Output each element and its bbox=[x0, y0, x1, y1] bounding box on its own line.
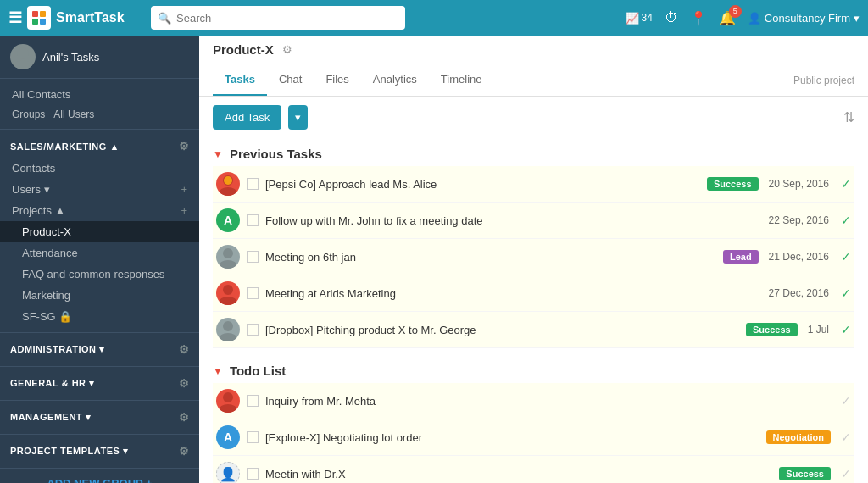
task-check-icon[interactable]: ✓ bbox=[841, 323, 851, 336]
users-plus-icon[interactable]: + bbox=[181, 183, 187, 196]
sidebar-contacts: All Contacts Groups All Users bbox=[0, 79, 199, 130]
task-name: Meeting on 6th jan bbox=[265, 251, 716, 264]
sidebar-item-users[interactable]: Users ▾ + bbox=[0, 179, 199, 200]
firm-selector[interactable]: 👤 Consultancy Firm ▾ bbox=[748, 12, 860, 25]
task-tag: Success bbox=[779, 467, 831, 480]
sidebar-item-faq[interactable]: FAQ and common responses bbox=[0, 264, 199, 285]
table-row[interactable]: [Dropbox] Pitching product X to Mr. Geor… bbox=[213, 312, 854, 348]
task-check-icon[interactable]: ✓ bbox=[841, 467, 851, 480]
table-row[interactable]: A [Explore-X] Negotiating lot order Nego… bbox=[213, 419, 854, 456]
task-name: [Pepsi Co] Approach lead Ms. Alice bbox=[265, 178, 700, 191]
project-title: Product-X bbox=[213, 42, 274, 57]
task-checkbox[interactable] bbox=[247, 251, 259, 263]
projects-plus-icon[interactable]: + bbox=[181, 204, 187, 217]
sales-gear-icon[interactable]: ⚙ bbox=[179, 140, 190, 153]
task-tag: Negotiation bbox=[766, 430, 832, 444]
sidebar-item-contacts[interactable]: Contacts bbox=[0, 158, 199, 179]
sidebar-item-attendance[interactable]: Attendance bbox=[0, 242, 199, 264]
task-checkbox[interactable] bbox=[247, 214, 259, 226]
sidebar-section-admin: ADMINISTRATION ▾ ⚙ bbox=[0, 333, 199, 367]
add-task-button[interactable]: Add Task bbox=[213, 105, 281, 130]
tab-analytics[interactable]: Analytics bbox=[361, 64, 429, 96]
task-check-icon[interactable]: ✓ bbox=[841, 177, 851, 191]
task-check-icon[interactable]: ✓ bbox=[841, 430, 851, 444]
task-checkbox[interactable] bbox=[247, 431, 259, 443]
sidebar-item-marketing[interactable]: Marketing bbox=[0, 285, 199, 306]
task-check-icon[interactable]: ✓ bbox=[841, 250, 851, 264]
sidebar-item-projects[interactable]: Projects ▲ + bbox=[0, 200, 199, 221]
users-label: Users ▾ bbox=[12, 183, 50, 196]
templates-gear-icon[interactable]: ⚙ bbox=[179, 445, 190, 458]
task-checkbox[interactable] bbox=[247, 324, 259, 336]
notification-icon[interactable]: 🔔 5 bbox=[719, 10, 736, 26]
content-area: Product-X ⚙ Tasks Chat Files Analytics T… bbox=[199, 36, 868, 483]
tab-timeline[interactable]: Timeline bbox=[429, 64, 494, 96]
section-title-todo: Todo List bbox=[230, 364, 286, 378]
general-gear-icon[interactable]: ⚙ bbox=[179, 377, 190, 390]
task-tag: Success bbox=[746, 323, 798, 336]
project-gear-icon[interactable]: ⚙ bbox=[282, 43, 292, 56]
section-header-management[interactable]: MANAGEMENT ▾ ⚙ bbox=[0, 406, 199, 429]
task-checkbox[interactable] bbox=[247, 287, 259, 299]
task-tag: Lead bbox=[723, 250, 759, 264]
location-icon[interactable]: 📍 bbox=[690, 10, 707, 26]
sidebar-groups[interactable]: Groups bbox=[12, 108, 45, 120]
section-header-general[interactable]: GENERAL & HR ▾ ⚙ bbox=[0, 372, 199, 395]
section-header-admin[interactable]: ADMINISTRATION ▾ ⚙ bbox=[0, 338, 199, 361]
task-checkbox[interactable] bbox=[247, 395, 259, 407]
search-bar[interactable]: 🔍 bbox=[151, 6, 405, 30]
table-row[interactable]: Meeting at Arids Marketing 27 Dec, 2016 … bbox=[213, 275, 854, 312]
top-nav: ☰ SmartTask 🔍 📈 34 ⏱ 📍 🔔 5 👤 Consultancy bbox=[0, 0, 868, 36]
management-gear-icon[interactable]: ⚙ bbox=[179, 411, 190, 424]
table-row[interactable]: Inquiry from Mr. Mehta ✓ bbox=[213, 383, 854, 419]
table-row[interactable]: A Follow up with Mr. John to fix a meeti… bbox=[213, 203, 854, 239]
sidebar-all-users[interactable]: All Users bbox=[53, 108, 94, 120]
avatar bbox=[216, 245, 240, 269]
svg-point-13 bbox=[223, 321, 233, 331]
section-header-sales[interactable]: SALES/MARKETING ▲ ⚙ bbox=[0, 135, 199, 158]
task-name: [Explore-X] Negotiating lot order bbox=[265, 431, 760, 444]
task-checkbox[interactable] bbox=[247, 468, 259, 480]
table-row[interactable]: 👤 Meetin with Dr.X Success ✓ bbox=[213, 456, 854, 483]
avatar bbox=[216, 318, 240, 341]
public-project-label: Public project bbox=[793, 75, 854, 86]
task-checkbox[interactable] bbox=[247, 178, 259, 190]
section-arrow-previous[interactable]: ▼ bbox=[213, 148, 223, 160]
svg-point-5 bbox=[13, 60, 33, 69]
task-date: 22 Sep, 2016 bbox=[769, 214, 829, 226]
tab-chat[interactable]: Chat bbox=[267, 64, 314, 96]
content-toolbar: Add Task ▾ ⇅ bbox=[199, 97, 868, 138]
logo[interactable]: ☰ SmartTask bbox=[8, 6, 144, 30]
svg-point-4 bbox=[17, 47, 29, 59]
sidebar-item-product-x[interactable]: Product-X bbox=[0, 221, 199, 242]
task-date: 21 Dec, 2016 bbox=[769, 251, 829, 263]
add-group-button[interactable]: ADD NEW GROUP + bbox=[0, 469, 199, 483]
avatar bbox=[216, 281, 240, 305]
svg-point-11 bbox=[223, 285, 233, 295]
avatar: 👤 bbox=[216, 462, 240, 483]
add-task-dropdown-button[interactable]: ▾ bbox=[288, 105, 308, 130]
task-check-icon[interactable]: ✓ bbox=[841, 214, 851, 227]
task-name: Meetin with Dr.X bbox=[265, 468, 772, 480]
section-header-templates[interactable]: PROJECT TEMPLATES ▾ ⚙ bbox=[0, 440, 199, 463]
sidebar-item-sfsg[interactable]: SF-SG 🔒 bbox=[0, 306, 199, 327]
tab-files[interactable]: Files bbox=[314, 64, 360, 96]
sidebar-all-contacts[interactable]: All Contacts bbox=[0, 84, 199, 105]
sidebar-username[interactable]: Anil's Tasks bbox=[42, 51, 99, 64]
table-row[interactable]: Meeting on 6th jan Lead 21 Dec, 2016 ✓ bbox=[213, 239, 854, 275]
table-row[interactable]: [Pepsi Co] Approach lead Ms. Alice Succe… bbox=[213, 166, 854, 203]
dropdown-arrow: ▾ bbox=[295, 111, 301, 124]
trend-icon[interactable]: 📈 34 bbox=[626, 12, 653, 25]
tab-tasks[interactable]: Tasks bbox=[213, 64, 267, 96]
admin-gear-icon[interactable]: ⚙ bbox=[179, 343, 190, 356]
sort-icon[interactable]: ⇅ bbox=[843, 109, 854, 125]
task-check-icon[interactable]: ✓ bbox=[841, 394, 851, 408]
search-input[interactable] bbox=[176, 12, 398, 25]
clock-icon[interactable]: ⏱ bbox=[665, 10, 678, 25]
task-list: ▼ Previous Tasks [Pepsi Co] Approach lea… bbox=[199, 138, 868, 483]
section-arrow-todo[interactable]: ▼ bbox=[213, 365, 223, 377]
sidebar-user[interactable]: Anil's Tasks bbox=[0, 36, 199, 79]
menu-icon[interactable]: ☰ bbox=[8, 8, 22, 27]
contacts-label: Contacts bbox=[12, 162, 55, 175]
task-check-icon[interactable]: ✓ bbox=[841, 286, 851, 300]
